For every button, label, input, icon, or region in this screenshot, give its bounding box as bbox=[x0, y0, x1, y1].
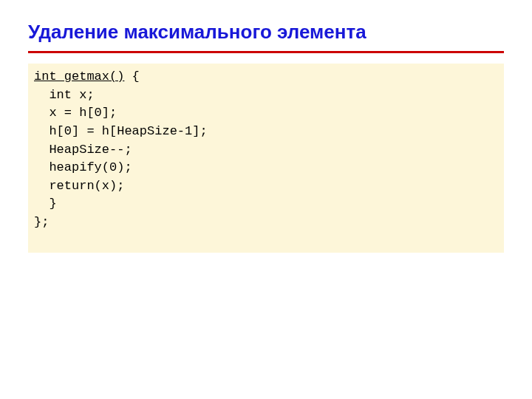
code-line: } bbox=[34, 197, 57, 211]
code-line: h[0] = h[HeapSize-1]; bbox=[34, 124, 208, 138]
slide-title: Удаление максимального элемента bbox=[28, 21, 504, 44]
code-line: x = h[0]; bbox=[34, 106, 117, 120]
code-open-brace: { bbox=[124, 69, 139, 83]
code-line: return(x); bbox=[34, 179, 124, 193]
code-line: HeapSize--; bbox=[34, 143, 132, 157]
title-divider bbox=[28, 51, 504, 53]
code-line: int x; bbox=[34, 88, 95, 102]
code-line: }; bbox=[34, 215, 49, 229]
code-line: heapify(0); bbox=[34, 160, 132, 174]
code-block: int getmax() { int x; x = h[0]; h[0] = h… bbox=[28, 64, 504, 253]
code-signature: int getmax() bbox=[34, 69, 124, 83]
